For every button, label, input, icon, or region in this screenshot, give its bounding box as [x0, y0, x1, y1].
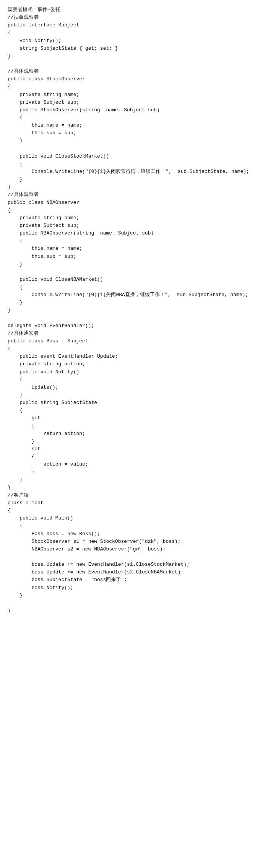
code-container: 观察者模式：事件—委托 //抽象观察者 public interface Sub… — [8, 6, 260, 615]
code-block: 观察者模式：事件—委托 //抽象观察者 public interface Sub… — [8, 6, 260, 615]
